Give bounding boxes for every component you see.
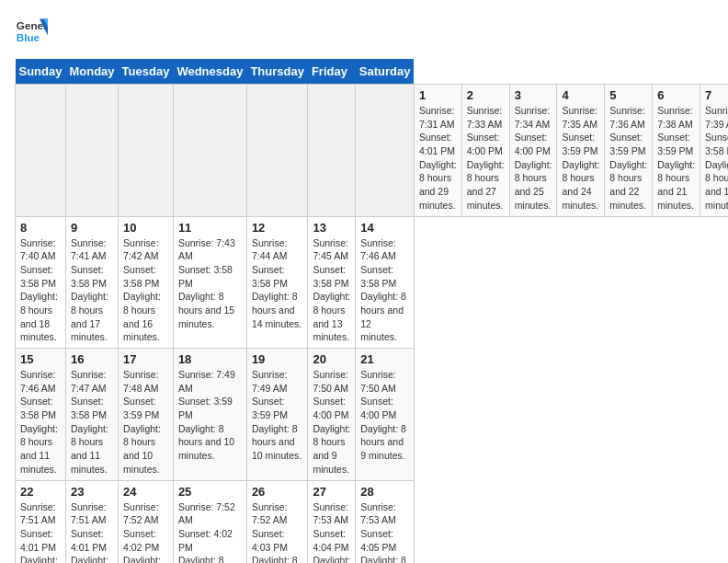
- calendar-cell: 18Sunrise: 7:49 AM Sunset: 3:59 PM Dayli…: [173, 349, 246, 481]
- calendar-cell: 27Sunrise: 7:53 AM Sunset: 4:04 PM Dayli…: [308, 480, 356, 563]
- calendar-week-row: 8Sunrise: 7:40 AM Sunset: 3:58 PM Daylig…: [16, 216, 729, 349]
- calendar-cell: 8Sunrise: 7:40 AM Sunset: 3:58 PM Daylig…: [16, 216, 66, 349]
- day-info: Sunrise: 7:40 AM Sunset: 3:58 PM Dayligh…: [20, 236, 61, 345]
- day-info: Sunrise: 7:50 AM Sunset: 4:00 PM Dayligh…: [313, 368, 350, 477]
- calendar-week-row: 22Sunrise: 7:51 AM Sunset: 4:01 PM Dayli…: [16, 480, 729, 563]
- calendar-cell: 3Sunrise: 7:34 AM Sunset: 4:00 PM Daylig…: [509, 85, 557, 217]
- calendar-week-row: 15Sunrise: 7:46 AM Sunset: 3:58 PM Dayli…: [16, 349, 729, 481]
- calendar-cell: [246, 85, 308, 217]
- calendar-cell: [65, 85, 118, 217]
- day-info: Sunrise: 7:52 AM Sunset: 4:02 PM Dayligh…: [178, 500, 242, 564]
- day-number: 9: [71, 221, 113, 235]
- calendar-cell: 5Sunrise: 7:36 AM Sunset: 3:59 PM Daylig…: [605, 85, 653, 217]
- day-info: Sunrise: 7:52 AM Sunset: 4:02 PM Dayligh…: [123, 500, 168, 564]
- day-number: 25: [178, 485, 242, 499]
- day-number: 4: [562, 88, 599, 102]
- day-number: 21: [360, 352, 409, 366]
- day-info: Sunrise: 7:48 AM Sunset: 3:59 PM Dayligh…: [123, 368, 168, 477]
- calendar-table: SundayMondayTuesdayWednesdayThursdayFrid…: [15, 59, 728, 563]
- day-info: Sunrise: 7:47 AM Sunset: 3:58 PM Dayligh…: [71, 368, 113, 477]
- day-number: 15: [20, 352, 61, 366]
- col-header-monday: Monday: [65, 59, 118, 85]
- day-number: 26: [252, 485, 303, 499]
- day-number: 24: [123, 485, 168, 499]
- calendar-cell: 14Sunrise: 7:46 AM Sunset: 3:58 PM Dayli…: [356, 216, 415, 349]
- calendar-cell: 24Sunrise: 7:52 AM Sunset: 4:02 PM Dayli…: [119, 480, 174, 563]
- day-info: Sunrise: 7:53 AM Sunset: 4:04 PM Dayligh…: [313, 500, 350, 564]
- day-info: Sunrise: 7:53 AM Sunset: 4:05 PM Dayligh…: [360, 500, 409, 564]
- calendar-cell: 13Sunrise: 7:45 AM Sunset: 3:58 PM Dayli…: [308, 216, 356, 349]
- day-number: 7: [705, 88, 728, 102]
- day-number: 17: [123, 352, 168, 366]
- calendar-cell: 6Sunrise: 7:38 AM Sunset: 3:59 PM Daylig…: [653, 85, 700, 217]
- calendar-cell: [356, 85, 415, 217]
- col-header-sunday: Sunday: [16, 59, 66, 85]
- calendar-cell: [16, 85, 66, 217]
- calendar-cell: 25Sunrise: 7:52 AM Sunset: 4:02 PM Dayli…: [173, 480, 246, 563]
- calendar-cell: [173, 85, 246, 217]
- day-number: 10: [123, 221, 168, 235]
- day-info: Sunrise: 7:51 AM Sunset: 4:01 PM Dayligh…: [20, 500, 61, 564]
- day-number: 12: [252, 221, 303, 235]
- col-header-saturday: Saturday: [356, 59, 415, 85]
- logo: General Blue: [15, 15, 48, 48]
- svg-text:Blue: Blue: [17, 31, 40, 43]
- day-info: Sunrise: 7:49 AM Sunset: 3:59 PM Dayligh…: [178, 368, 242, 463]
- calendar-cell: 9Sunrise: 7:41 AM Sunset: 3:58 PM Daylig…: [65, 216, 118, 349]
- day-info: Sunrise: 7:49 AM Sunset: 3:59 PM Dayligh…: [252, 368, 303, 463]
- calendar-cell: 16Sunrise: 7:47 AM Sunset: 3:58 PM Dayli…: [65, 349, 118, 481]
- calendar-cell: 2Sunrise: 7:33 AM Sunset: 4:00 PM Daylig…: [461, 85, 509, 217]
- calendar-week-row: 1Sunrise: 7:31 AM Sunset: 4:01 PM Daylig…: [16, 85, 729, 217]
- calendar-cell: 4Sunrise: 7:35 AM Sunset: 3:59 PM Daylig…: [557, 85, 605, 217]
- calendar-cell: 20Sunrise: 7:50 AM Sunset: 4:00 PM Dayli…: [308, 349, 356, 481]
- calendar-cell: 12Sunrise: 7:44 AM Sunset: 3:58 PM Dayli…: [246, 216, 308, 349]
- calendar-cell: 28Sunrise: 7:53 AM Sunset: 4:05 PM Dayli…: [356, 480, 415, 563]
- day-info: Sunrise: 7:46 AM Sunset: 3:58 PM Dayligh…: [20, 368, 61, 477]
- day-number: 13: [313, 221, 350, 235]
- calendar-cell: 26Sunrise: 7:52 AM Sunset: 4:03 PM Dayli…: [246, 480, 308, 563]
- day-info: Sunrise: 7:51 AM Sunset: 4:01 PM Dayligh…: [71, 500, 113, 564]
- day-info: Sunrise: 7:43 AM Sunset: 3:58 PM Dayligh…: [178, 236, 242, 331]
- calendar-cell: 1Sunrise: 7:31 AM Sunset: 4:01 PM Daylig…: [414, 85, 461, 217]
- day-number: 19: [252, 352, 303, 366]
- day-info: Sunrise: 7:50 AM Sunset: 4:00 PM Dayligh…: [360, 368, 409, 463]
- day-info: Sunrise: 7:42 AM Sunset: 3:58 PM Dayligh…: [123, 236, 168, 345]
- day-number: 16: [71, 352, 113, 366]
- day-number: 2: [467, 88, 505, 102]
- day-info: Sunrise: 7:52 AM Sunset: 4:03 PM Dayligh…: [252, 500, 303, 564]
- day-number: 27: [313, 485, 350, 499]
- day-number: 23: [71, 485, 113, 499]
- calendar-cell: 17Sunrise: 7:48 AM Sunset: 3:59 PM Dayli…: [119, 349, 174, 481]
- calendar-body: 1Sunrise: 7:31 AM Sunset: 4:01 PM Daylig…: [16, 85, 729, 564]
- day-number: 28: [360, 485, 409, 499]
- day-number: 22: [20, 485, 61, 499]
- day-info: Sunrise: 7:35 AM Sunset: 3:59 PM Dayligh…: [562, 104, 599, 213]
- day-info: Sunrise: 7:38 AM Sunset: 3:59 PM Dayligh…: [657, 104, 695, 213]
- day-number: 5: [609, 88, 647, 102]
- day-info: Sunrise: 7:34 AM Sunset: 4:00 PM Dayligh…: [515, 104, 552, 213]
- day-info: Sunrise: 7:33 AM Sunset: 4:00 PM Dayligh…: [467, 104, 505, 213]
- day-number: 6: [657, 88, 695, 102]
- calendar-cell: 21Sunrise: 7:50 AM Sunset: 4:00 PM Dayli…: [356, 349, 415, 481]
- day-info: Sunrise: 7:31 AM Sunset: 4:01 PM Dayligh…: [419, 104, 457, 213]
- col-header-tuesday: Tuesday: [119, 59, 174, 85]
- col-header-friday: Friday: [308, 59, 356, 85]
- calendar-cell: 15Sunrise: 7:46 AM Sunset: 3:58 PM Dayli…: [16, 349, 66, 481]
- day-info: Sunrise: 7:46 AM Sunset: 3:58 PM Dayligh…: [360, 236, 409, 345]
- calendar-cell: [119, 85, 174, 217]
- day-info: Sunrise: 7:45 AM Sunset: 3:58 PM Dayligh…: [313, 236, 350, 345]
- day-number: 18: [178, 352, 242, 366]
- day-number: 14: [360, 221, 409, 235]
- calendar-cell: 10Sunrise: 7:42 AM Sunset: 3:58 PM Dayli…: [119, 216, 174, 349]
- calendar-cell: 7Sunrise: 7:39 AM Sunset: 3:58 PM Daylig…: [700, 85, 728, 217]
- calendar-cell: 19Sunrise: 7:49 AM Sunset: 3:59 PM Dayli…: [246, 349, 308, 481]
- day-number: 3: [515, 88, 552, 102]
- day-info: Sunrise: 7:36 AM Sunset: 3:59 PM Dayligh…: [609, 104, 647, 213]
- page-header: General Blue: [15, 15, 713, 48]
- col-header-thursday: Thursday: [246, 59, 308, 85]
- calendar-header-row: SundayMondayTuesdayWednesdayThursdayFrid…: [16, 59, 729, 85]
- day-number: 1: [419, 88, 457, 102]
- col-header-wednesday: Wednesday: [173, 59, 246, 85]
- day-number: 11: [178, 221, 242, 235]
- calendar-cell: 11Sunrise: 7:43 AM Sunset: 3:58 PM Dayli…: [173, 216, 246, 349]
